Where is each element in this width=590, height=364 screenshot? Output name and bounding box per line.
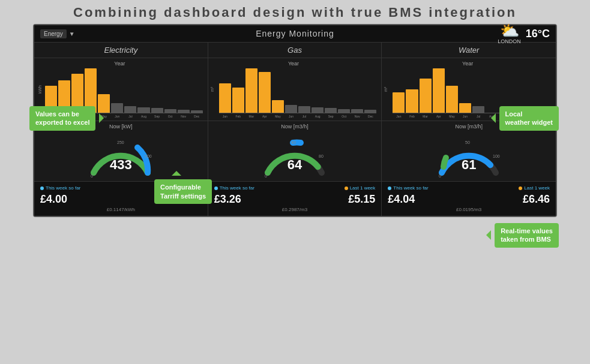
bar [393,92,405,113]
topbar-title: Energy Monitoring [256,29,334,38]
bar-chart-2 [211,68,377,122]
gauge-container-2: 0 40 80 64 [259,131,331,179]
bar [312,107,324,113]
dot-blue-3 [388,186,391,190]
last-week-value-3: £6.46 [523,193,550,206]
bar [272,100,284,113]
last-week-label-2: Last 1 week [345,185,376,191]
chart-year-1: Year [37,61,203,67]
top-bar: Energy ▼ Energy Monitoring ⛅ LONDON 16°C [34,25,556,43]
section-gas: Gas [208,43,382,58]
callout-bms: Real-time valuestaken from BMS [495,223,559,248]
bar [219,83,231,113]
gauge-value-3: 61 [462,157,476,173]
bar [351,109,363,113]
this-week-label-3: This week so far [388,185,428,191]
svg-text:100: 100 [493,154,500,158]
bar [191,110,203,113]
values-top-3: This week so far Last 1 week [388,185,550,191]
values-row: This week so far Last 1 week £4.00 £8.60… [34,182,556,216]
money-row-2: £3.26 £5.15 [214,193,376,206]
weather-icon: ⛅ [498,23,521,38]
bar [137,107,149,113]
bar [111,103,123,113]
gauge-value-1: 433 [110,157,132,173]
callout-excel: Values can beexported to excel [29,106,95,131]
bar [298,106,310,113]
bar [232,88,244,113]
bar [420,79,432,113]
chart-year-2: Year [211,61,377,67]
dot-orange-3 [519,186,522,190]
chart-gas: Year m³ JanFebMarAprMayJunJulAugSepOctNo… [208,58,382,121]
bar [446,86,458,113]
bar [433,68,445,113]
svg-text:0: 0 [439,174,441,178]
svg-text:500: 500 [145,154,152,158]
gauge-value-2: 64 [287,157,302,173]
bar [338,109,350,113]
page-wrapper: Combining dashboard design with true BMS… [0,0,590,217]
bar [151,108,163,113]
weather-city: LONDON [498,38,521,44]
values-gas: This week so far Last 1 week £3.26 £5.15… [208,182,382,216]
svg-text:50: 50 [465,140,470,145]
tariff-1: £0.1147/kWh [40,207,202,212]
bar [98,94,110,113]
energy-label: Energy [40,29,67,38]
dot-blue-1 [40,186,44,190]
bar [406,89,418,113]
this-week-label-2: This week so far [214,185,254,191]
section-water: Water [382,43,556,58]
dot-orange-2 [345,186,348,190]
gauge-row: Now [kW] 0 250 500 433 [34,121,556,182]
money-row-3: £4.04 £6.46 [388,193,550,206]
tariff-3: £0.0195/m3 [388,207,550,212]
svg-text:40: 40 [291,140,296,145]
this-week-value-3: £4.04 [388,193,415,206]
gauge-title-2: Now [m3/h] [213,124,377,130]
bar [472,106,484,113]
bar [164,109,176,113]
page-title: Combining dashboard design with true BMS… [0,0,590,24]
section-electricity: Electricity [34,43,208,58]
dot-blue-2 [214,186,218,190]
weather-widget: ⛅ LONDON 16°C [498,23,550,44]
weather-temp: 16°C [526,28,550,40]
svg-text:250: 250 [117,140,124,145]
gauge-container-1: 0 250 500 433 [85,131,157,179]
values-water: This week so far Last 1 week £4.04 £6.46… [382,182,556,216]
bar [259,72,271,113]
values-top-2: This week so far Last 1 week [214,185,376,191]
gauge-gas: Now [m3/h] 0 40 80 64 [208,121,382,181]
this-week-value-1: £4.00 [40,193,67,206]
chart-year-3: Year [384,61,551,67]
bar [364,110,376,113]
callout-tariff: ConfigurableTarriff settings [154,179,212,204]
svg-text:80: 80 [319,154,324,158]
bar [178,110,190,113]
bar [459,103,471,113]
tariff-2: £0.2987/m3 [214,207,376,212]
bar [245,68,257,113]
gauge-container-3: 0 50 100 61 [433,131,505,179]
section-headers: Electricity Gas Water [34,43,556,58]
charts-row: Year kWh JanFebMarAprMayJunJulAugSepOctN… [34,58,556,121]
dropdown-icon: ▼ [69,31,75,37]
svg-text:0: 0 [91,174,93,178]
svg-text:0: 0 [265,174,267,178]
this-week-value-2: £3.26 [214,193,241,206]
last-week-label-3: Last 1 week [519,185,550,191]
dashboard-outer: Energy ▼ Energy Monitoring ⛅ LONDON 16°C… [33,24,557,217]
bar [285,105,297,113]
callout-weather: Localweather widget [499,106,559,131]
last-week-value-2: £5.15 [348,193,375,206]
bar [325,108,337,113]
energy-selector[interactable]: Energy ▼ [40,29,75,38]
bar [124,106,136,113]
this-week-label-1: This week so far [40,185,80,191]
